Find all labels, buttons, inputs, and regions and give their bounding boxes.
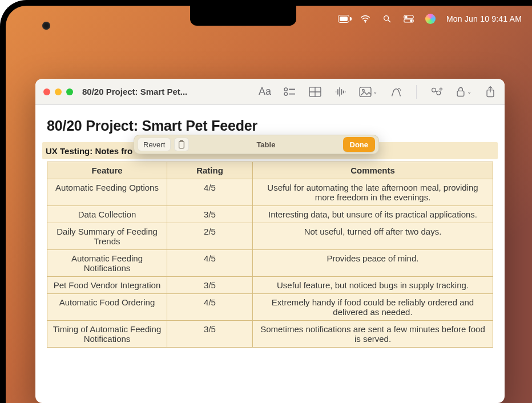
cell-feature[interactable]: Timing of Automatic Feeding Notification… <box>47 321 167 348</box>
svg-point-6 <box>284 87 287 90</box>
col-feature-header: Feature <box>47 162 167 179</box>
window-traffic-lights <box>43 88 73 95</box>
cell-feature[interactable]: Pet Food Vendor Integration <box>47 277 167 294</box>
cell-feature[interactable]: Automatic Feeding Notifications <box>47 250 167 277</box>
window-toolbar: Aa ⌄ <box>256 84 499 100</box>
share-button[interactable] <box>482 84 499 100</box>
done-button[interactable]: Done <box>343 137 376 152</box>
window-titlebar: 80/20 Project: Smart Pet... Aa ⌄ <box>35 79 505 105</box>
cell-rating[interactable]: 3/5 <box>167 277 253 294</box>
cell-comments[interactable]: Interesting data, but unsure of its prac… <box>253 206 493 223</box>
cell-feature[interactable]: Data Collection <box>47 206 167 223</box>
menubar: Mon Jun 10 9:41 AM <box>338 13 522 25</box>
svg-point-7 <box>284 92 287 95</box>
svg-rect-18 <box>179 142 184 148</box>
cell-rating[interactable]: 2/5 <box>167 223 253 250</box>
table-row[interactable]: Automatic Feeding Options4/5Useful for a… <box>47 179 493 206</box>
link-button[interactable] <box>428 84 445 100</box>
spotlight-search-icon[interactable] <box>381 14 393 24</box>
control-center-icon[interactable] <box>403 14 414 24</box>
table-row[interactable]: Timing of Automatic Feeding Notification… <box>47 321 493 348</box>
cell-comments[interactable]: Extremely handy if food could be reliabl… <box>253 294 493 321</box>
svg-point-14 <box>437 91 441 95</box>
siri-icon[interactable] <box>425 14 436 24</box>
lock-button[interactable]: ⌄ <box>453 84 474 100</box>
toolbar-divider <box>416 85 417 99</box>
window-title: 80/20 Project: Smart Pet... <box>82 87 187 96</box>
chevron-down-icon: ⌄ <box>467 88 471 95</box>
table-row[interactable]: Daily Summary of Feeding Trends2/5Not us… <box>47 223 493 250</box>
format-text-button[interactable]: Aa <box>256 84 273 100</box>
menubar-datetime[interactable]: Mon Jun 10 9:41 AM <box>446 14 522 23</box>
copy-to-clipboard-button[interactable] <box>174 138 189 151</box>
window-minimize-button[interactable] <box>55 88 62 95</box>
action-toolbar-title: Table <box>192 140 339 149</box>
battery-icon <box>338 14 349 24</box>
display-notch <box>190 6 296 26</box>
svg-point-10 <box>362 89 365 91</box>
svg-point-5 <box>410 20 413 22</box>
svg-point-12 <box>400 90 401 90</box>
cell-feature[interactable]: Automatic Food Ordering <box>47 294 167 321</box>
window-close-button[interactable] <box>43 88 50 95</box>
cell-comments[interactable]: Useful for automating the late afternoon… <box>253 179 493 206</box>
svg-point-13 <box>432 88 436 92</box>
table-row[interactable]: Automatic Food Ordering4/5Extremely hand… <box>47 294 493 321</box>
svg-point-3 <box>405 16 408 18</box>
wifi-icon[interactable] <box>360 14 371 24</box>
cell-comments[interactable]: Provides peace of mind. <box>253 250 493 277</box>
svg-rect-16 <box>457 91 464 96</box>
window-zoom-button[interactable] <box>66 88 73 95</box>
cell-feature[interactable]: Daily Summary of Feeding Trends <box>47 223 167 250</box>
writing-tools-button[interactable] <box>388 84 405 100</box>
cell-feature[interactable]: Automatic Feeding Options <box>47 179 167 206</box>
svg-point-1 <box>384 16 389 21</box>
table-row[interactable]: Data Collection3/5Interesting data, but … <box>47 206 493 223</box>
cell-rating[interactable]: 3/5 <box>167 321 253 348</box>
document-title: 80/20 Project: Smart Pet Feeder <box>47 118 493 134</box>
cell-comments[interactable]: Not useful, turned off after two days. <box>253 223 493 250</box>
checklist-button[interactable] <box>281 84 299 100</box>
revert-button[interactable]: Revert <box>138 138 171 151</box>
notes-window: 80/20 Project: Smart Pet... Aa ⌄ <box>35 79 505 403</box>
feedback-table[interactable]: Feature Rating Comments Automatic Feedin… <box>47 162 493 348</box>
chevron-down-icon: ⌄ <box>373 88 377 95</box>
cell-rating[interactable]: 4/5 <box>167 250 253 277</box>
audio-recording-button[interactable] <box>332 84 349 100</box>
col-comments-header: Comments <box>253 162 493 179</box>
subheading-text: UX Testing: Notes fro <box>46 146 132 156</box>
table-action-toolbar: Revert Table Done <box>134 135 379 154</box>
device-frame: Mon Jun 10 9:41 AM 80/20 Project: Smart … <box>0 0 532 403</box>
cell-rating[interactable]: 4/5 <box>167 179 253 206</box>
media-insert-button[interactable]: ⌄ <box>357 84 380 100</box>
table-row[interactable]: Pet Food Vendor Integration3/5Useful fea… <box>47 277 493 294</box>
bottom-spacer <box>47 348 493 360</box>
svg-point-15 <box>440 88 442 90</box>
camera-dot <box>42 22 50 30</box>
cell-comments[interactable]: Sometimes notifications are sent a few m… <box>253 321 493 348</box>
col-rating-header: Rating <box>167 162 253 179</box>
svg-point-0 <box>365 21 366 22</box>
table-header-row: Feature Rating Comments <box>47 162 493 179</box>
cell-rating[interactable]: 4/5 <box>167 294 253 321</box>
cell-rating[interactable]: 3/5 <box>167 206 253 223</box>
cell-comments[interactable]: Useful feature, but noticed bugs in supp… <box>253 277 493 294</box>
table-row[interactable]: Automatic Feeding Notifications4/5Provid… <box>47 250 493 277</box>
table-button[interactable] <box>307 84 324 100</box>
svg-point-11 <box>398 88 400 89</box>
